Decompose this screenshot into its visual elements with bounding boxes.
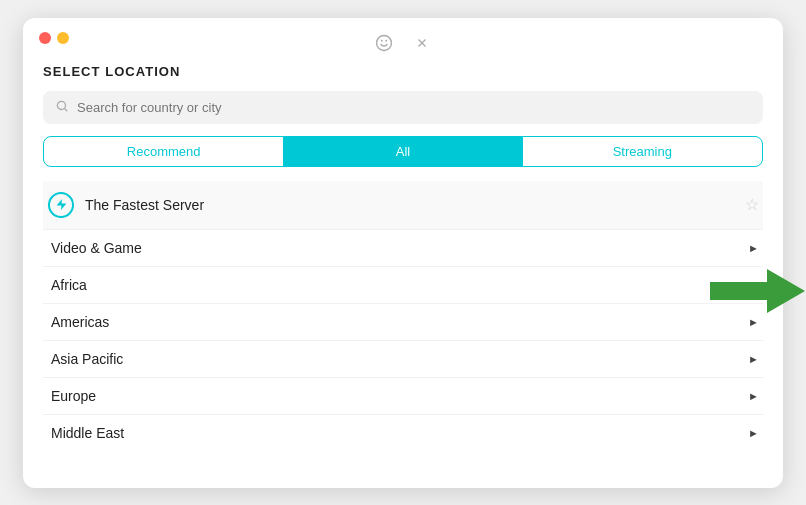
search-bar: [43, 91, 763, 124]
arrow-body: [710, 282, 768, 300]
video-game-label: Video & Game: [47, 240, 748, 256]
fastest-server-label: The Fastest Server: [85, 197, 745, 213]
africa-label: Africa: [47, 277, 748, 293]
svg-line-6: [65, 108, 68, 111]
arrow-group: [710, 269, 805, 313]
list-item-americas[interactable]: Americas ►: [43, 304, 763, 341]
section-title: SELECT LOCATION: [43, 64, 763, 79]
middle-east-label: Middle East: [47, 425, 748, 441]
svg-marker-7: [56, 199, 66, 210]
star-icon[interactable]: ☆: [745, 195, 759, 214]
tab-bar: Recommend All Streaming: [43, 136, 763, 167]
arrow-head: [767, 269, 805, 313]
dot-yellow[interactable]: [57, 32, 69, 44]
search-input[interactable]: [77, 100, 751, 115]
list-item-africa[interactable]: Africa ►: [43, 267, 763, 304]
arrow-icon: ►: [748, 427, 759, 439]
main-panel: SELECT LOCATION Recommend All Streaming: [23, 64, 783, 471]
tab-recommend[interactable]: Recommend: [44, 137, 283, 166]
close-icon[interactable]: [411, 32, 433, 54]
search-icon: [55, 99, 69, 116]
svg-point-0: [377, 35, 392, 50]
list-item-middle-east[interactable]: Middle East ►: [43, 415, 763, 451]
titlebar: [23, 18, 783, 64]
arrow-left: [710, 269, 805, 313]
annotation-container: It’s simple toselect a server: [710, 248, 806, 335]
smiley-icon[interactable]: [373, 32, 395, 54]
list-item-asia-pacific[interactable]: Asia Pacific ►: [43, 341, 763, 378]
location-list: The Fastest Server ☆ Video & Game ► Afri…: [43, 181, 763, 451]
app-window: SELECT LOCATION Recommend All Streaming: [23, 18, 783, 488]
asia-pacific-label: Asia Pacific: [47, 351, 748, 367]
bolt-icon: [47, 191, 75, 219]
arrow-icon: ►: [748, 390, 759, 402]
europe-label: Europe: [47, 388, 748, 404]
svg-point-5: [57, 101, 65, 109]
list-item-fastest[interactable]: The Fastest Server ☆: [43, 181, 763, 230]
arrow-icon: ►: [748, 353, 759, 365]
tab-streaming[interactable]: Streaming: [523, 137, 762, 166]
titlebar-icons: [373, 32, 433, 54]
dot-red[interactable]: [39, 32, 51, 44]
americas-label: Americas: [47, 314, 748, 330]
list-item-europe[interactable]: Europe ►: [43, 378, 763, 415]
traffic-lights: [39, 32, 69, 44]
tab-all[interactable]: All: [283, 137, 522, 166]
list-item-video-game[interactable]: Video & Game ►: [43, 230, 763, 267]
